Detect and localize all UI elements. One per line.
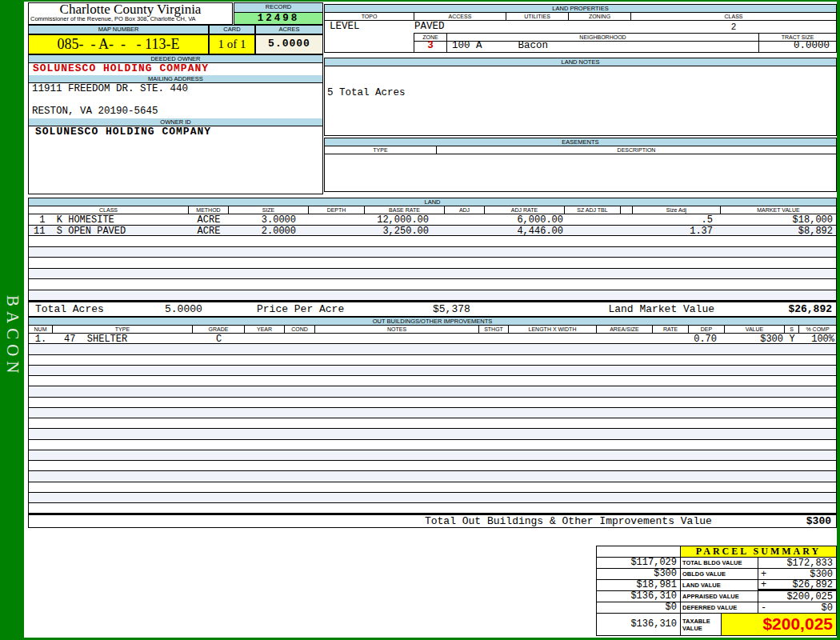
- address-line-1: 11911 FREEDOM DR. STE. 440: [32, 83, 322, 94]
- ob-num-cell: 1.: [29, 334, 53, 345]
- neighborhood-value: 100 A Bacon: [446, 41, 758, 52]
- zone-value-row: 3 100 A Bacon 0.0000: [325, 41, 836, 52]
- land-notes-text: 5 Total Acres: [325, 66, 836, 98]
- out-building-row: 1. 47 SHELTER C 0.70 $300 Y 100%: [29, 334, 836, 344]
- empty-row: [29, 471, 836, 482]
- land-market-value-total: $26,892: [714, 303, 836, 315]
- land-market-value-label: Land Market Value: [608, 303, 714, 315]
- land-class-header: CLASS: [29, 206, 189, 214]
- map-number-label: MAP NUMBER: [28, 25, 209, 34]
- land-table-row: 11 S OPEN PAVED ACRE 2.0000 3,250.00 4,4…: [29, 226, 836, 237]
- empty-row: [29, 429, 836, 439]
- owner-id-value: SOLUNESCO HOLDING COMPANY: [29, 126, 322, 138]
- land-rows: 1 K HOMESITE ACRE 3.0000 12,000.00 6,000…: [29, 214, 836, 301]
- empty-row: [29, 398, 836, 408]
- land-adj-rate-cell: 6,000.00: [485, 214, 565, 226]
- parcel-summary-row: $136,310 APPRAISED VALUE $200,025: [597, 591, 836, 602]
- out-buildings-title: OUT BUILDINGS/OTHER IMPROVEMENTS: [29, 318, 836, 326]
- parcel-summary-row: $300 OBLDG VALUE + $300: [597, 569, 836, 580]
- total-bldg-value-label: TOTAL BLDG VALUE: [681, 558, 758, 568]
- ob-pct-comp-cell: 100%: [799, 334, 836, 345]
- deferred-value: $0: [822, 602, 836, 613]
- topo-value: LEVEL: [325, 21, 414, 33]
- out-buildings-header-row: NUM TYPE GRADE YEAR COND NOTES STHGT LEN…: [29, 326, 836, 334]
- out-buildings-total-value: $300: [806, 515, 836, 527]
- easements-header-row: TYPE DESCRIPTION: [325, 146, 836, 154]
- total-acres-value: 5.0000: [165, 303, 213, 315]
- land-value: $26,892: [793, 580, 836, 590]
- empty-row: [29, 376, 836, 386]
- ob-cond-header: COND: [285, 326, 315, 334]
- land-base-rate-header: BASE RATE: [365, 206, 445, 214]
- deferred-value-op: -: [758, 602, 766, 613]
- neighborhood-sidebar-label: BACON: [0, 269, 24, 405]
- total-bldg-value-cell: $172,833: [758, 558, 836, 568]
- land-title: LAND: [29, 198, 836, 206]
- land-base-rate-cell: 12,000.00: [365, 214, 445, 226]
- prior-land-value: $18,981: [597, 580, 681, 590]
- taxable-value-row: $136,310 TAXABLE VALUE $200,025: [597, 614, 836, 635]
- land-properties-section: LAND PROPERTIES TOPO ACCESS UTILITIES ZO…: [324, 4, 837, 53]
- deferred-value-cell: - $0: [758, 602, 836, 613]
- land-size-cell: 2.0000: [229, 226, 309, 237]
- land-class-cell: 1 K HOMESITE: [29, 214, 189, 226]
- empty-row: [29, 408, 836, 418]
- card-label: CARD: [209, 25, 255, 34]
- land-sz-adj-tbl-header: SZ ADJ TBL: [565, 206, 621, 214]
- empty-row: [29, 493, 836, 503]
- empty-row: [29, 440, 836, 450]
- easement-description-column-header: DESCRIPTION: [437, 146, 836, 154]
- land-value-cell: + $26,892: [758, 580, 836, 590]
- ob-s-cell: Y: [785, 334, 799, 345]
- taxable-value: $200,025: [722, 614, 836, 635]
- land-totals-row: Total Acres 5.0000 Price Per Acre $5,378…: [28, 302, 837, 317]
- access-value: PAVED: [414, 21, 506, 33]
- tract-size-value: 0.0000: [758, 41, 836, 52]
- land-notes-title: LAND NOTES: [325, 58, 836, 66]
- zone-value: 3: [414, 41, 446, 52]
- mailing-address-label: MAILING ADDRESS: [29, 75, 322, 83]
- out-buildings-total-row: Total Out Buildings & Other Improvements…: [28, 514, 837, 528]
- empty-row: [29, 355, 836, 366]
- total-acres-label: Total Acres: [35, 303, 165, 315]
- land-size-cell: 3.0000: [229, 214, 309, 226]
- map-number-value: 085- - A- - - 113-E: [28, 34, 209, 54]
- land-adj-rate-header: ADJ RATE: [485, 206, 565, 214]
- ob-s-header: S: [785, 326, 799, 334]
- land-depth-header: DEPTH: [309, 206, 365, 214]
- land-header-row: CLASS METHOD SIZE DEPTH BASE RATE ADJ AD…: [29, 206, 836, 214]
- land-blank-header: [621, 206, 633, 214]
- land-method-cell: ACRE: [189, 226, 229, 237]
- taxable-value-label: TAXABLE VALUE: [681, 614, 722, 635]
- empty-row: [29, 247, 836, 258]
- empty-row: [29, 482, 836, 493]
- empty-row: [29, 290, 836, 302]
- obldg-value-op: +: [758, 569, 766, 579]
- acres-value: 5.0000: [255, 34, 323, 54]
- utilities-column-header: UTILITIES: [506, 13, 569, 21]
- deferred-value-label: DEFERRED VALUE: [681, 602, 758, 613]
- utilities-value: [506, 21, 569, 33]
- prior-appraised-value: $136,310: [597, 591, 681, 602]
- ob-grade-header: GRADE: [193, 326, 245, 334]
- card-value: 1 of 1: [209, 34, 255, 54]
- appraised-value-cell: $200,025: [758, 591, 836, 602]
- land-table-row: 1 K HOMESITE ACRE 3.0000 12,000.00 6,000…: [29, 214, 836, 226]
- land-market-value-cell: $18,000: [721, 214, 836, 226]
- easements-title: EASEMENTS: [325, 138, 836, 146]
- out-buildings-section: OUT BUILDINGS/OTHER IMPROVEMENTS NUM TYP…: [28, 317, 837, 514]
- county-header-box: Charlotte County Virginia Commissioner o…: [28, 2, 233, 25]
- access-column-header: ACCESS: [414, 13, 506, 21]
- acres-label: ACRES: [255, 25, 323, 34]
- ob-num-header: NUM: [29, 326, 53, 334]
- county-subtitle: Commissioner of the Revenue, PO Box 308,…: [29, 16, 232, 22]
- ob-notes-header: NOTES: [315, 326, 479, 334]
- land-notes-section: LAND NOTES 5 Total Acres: [324, 58, 837, 136]
- price-per-acre-value: $5,378: [433, 303, 470, 315]
- parcel-summary-row: $117,029 TOTAL BLDG VALUE $172,833: [597, 558, 836, 569]
- ob-value-header: VALUE: [725, 326, 785, 334]
- land-properties-title: LAND PROPERTIES: [325, 5, 836, 13]
- prior-obldg-value: $300: [597, 569, 681, 579]
- class-value: 2: [631, 21, 836, 33]
- zone-value-spacer: [325, 41, 414, 52]
